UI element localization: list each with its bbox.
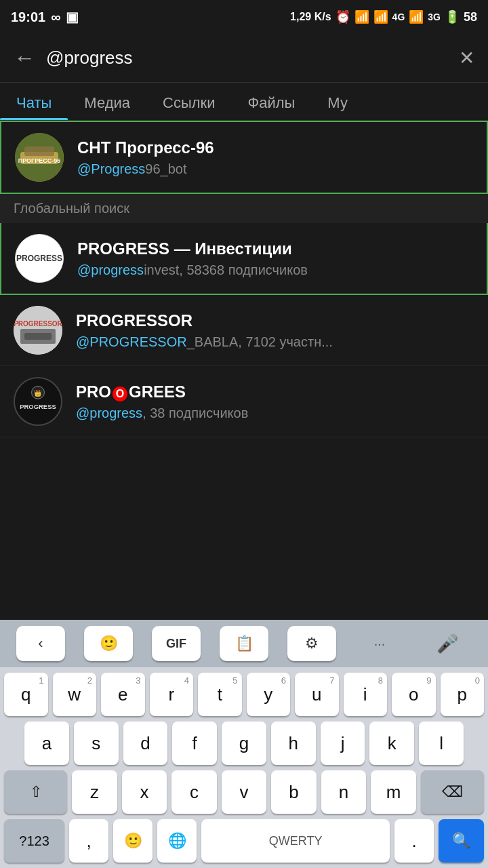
key-y[interactable]: 6y bbox=[247, 673, 291, 716]
status-infinity: ∞ bbox=[51, 9, 60, 25]
key-period[interactable]: . bbox=[394, 819, 434, 863]
key-r[interactable]: 4r bbox=[150, 673, 194, 716]
key-row-3: ⇧ z x c v b n m ⌫ bbox=[4, 770, 484, 814]
svg-rect-2 bbox=[24, 146, 54, 156]
list-item[interactable]: 👑 PROGRESS PROOGREES @progress, 38 подпи… bbox=[0, 366, 488, 437]
result-handle: @Progress96_bot bbox=[77, 161, 473, 177]
status-time: 19:01 bbox=[11, 9, 45, 25]
result-info: PROOGREES @progress, 38 подписчиков bbox=[76, 382, 474, 421]
keyboard-back-btn[interactable]: ‹ bbox=[16, 626, 65, 661]
status-right: 1,29 K/s ⏰ 📶 📶 4G 📶 3G 🔋 58 bbox=[290, 9, 477, 24]
tab-media[interactable]: Медиа bbox=[68, 86, 146, 120]
key-b[interactable]: b bbox=[271, 770, 317, 814]
keyboard-more-btn[interactable]: ··· bbox=[355, 626, 404, 661]
result-handle: @PROGRESSOR_BABLA, 7102 участн... bbox=[76, 334, 474, 350]
key-o[interactable]: 9o bbox=[392, 673, 436, 716]
keyboard: ‹ 🙂 GIF 📋 ⚙ ··· 🎤 1q 2w 3e 4r 5t 6y 7u 8… bbox=[0, 620, 488, 868]
key-f[interactable]: f bbox=[172, 722, 217, 765]
keyboard-gif-btn[interactable]: GIF bbox=[152, 626, 201, 661]
result-name: СНТ Прогресс-96 bbox=[77, 138, 473, 157]
key-n[interactable]: n bbox=[321, 770, 367, 814]
key-i[interactable]: 8i bbox=[344, 673, 388, 716]
status-battery: 🔋 bbox=[445, 9, 460, 24]
global-search-label: Глобальный поиск bbox=[0, 194, 488, 223]
key-k[interactable]: k bbox=[369, 722, 414, 765]
tab-mu[interactable]: Му bbox=[311, 86, 364, 120]
status-battery-pct: 58 bbox=[464, 10, 477, 24]
key-m[interactable]: m bbox=[371, 770, 416, 814]
result-handle: @progressinvest, 58368 подписчиков bbox=[77, 262, 473, 278]
avatar: PROGRESS bbox=[15, 234, 64, 283]
status-speed: 1,29 K/s bbox=[290, 11, 331, 23]
list-item[interactable]: PROGRESS PROGRESS — Инвестиции @progress… bbox=[0, 223, 488, 295]
keyboard-emoji-btn[interactable]: 🙂 bbox=[84, 626, 133, 661]
list-item[interactable]: ПРОГРЕСС-96 СНТ Прогресс-96 @Progress96_… bbox=[0, 121, 488, 194]
tab-links[interactable]: Ссылки bbox=[146, 86, 231, 120]
key-row-1: 1q 2w 3e 4r 5t 6y 7u 8i 9o 0p bbox=[4, 673, 484, 716]
key-emoji-inline[interactable]: 🙂 bbox=[113, 819, 152, 863]
status-signal2: 📶 bbox=[409, 9, 424, 24]
result-name: PROGRESS — Инвестиции bbox=[77, 239, 473, 258]
svg-text:PROGRESS: PROGRESS bbox=[20, 403, 56, 410]
key-j[interactable]: j bbox=[321, 722, 365, 765]
status-bar: 19:01 ∞ ▣ 1,29 K/s ⏰ 📶 📶 4G 📶 3G 🔋 58 bbox=[0, 0, 488, 34]
svg-text:PROGRESSOR: PROGRESSOR bbox=[14, 320, 62, 328]
result-info: PROGRESS — Инвестиции @progressinvest, 5… bbox=[77, 239, 473, 278]
key-l[interactable]: l bbox=[419, 722, 464, 765]
key-t[interactable]: 5t bbox=[198, 673, 242, 716]
results-container: ПРОГРЕСС-96 СНТ Прогресс-96 @Progress96_… bbox=[0, 121, 488, 437]
status-alarm: ⏰ bbox=[336, 9, 350, 24]
status-3g: 3G bbox=[428, 12, 441, 22]
key-v[interactable]: v bbox=[222, 770, 267, 814]
key-a[interactable]: a bbox=[24, 722, 69, 765]
keyboard-rows: 1q 2w 3e 4r 5t 6y 7u 8i 9o 0p a s d f g … bbox=[0, 667, 488, 868]
status-4g: 4G bbox=[392, 12, 405, 22]
list-item[interactable]: PROGRESSOR PROGRESSOR @PROGRESSOR_BABLA,… bbox=[0, 295, 488, 366]
key-row-2: a s d f g h j k l bbox=[4, 722, 484, 765]
key-h[interactable]: h bbox=[271, 722, 316, 765]
status-wifi: 📶 bbox=[354, 9, 369, 24]
key-shift[interactable]: ⇧ bbox=[4, 770, 67, 814]
keyboard-toolbar: ‹ 🙂 GIF 📋 ⚙ ··· 🎤 bbox=[0, 620, 488, 667]
tab-chats[interactable]: Чаты bbox=[0, 86, 68, 120]
status-icon-box: ▣ bbox=[66, 9, 79, 25]
svg-rect-7 bbox=[24, 333, 52, 340]
search-clear-button[interactable]: ✕ bbox=[459, 47, 474, 69]
key-globe[interactable]: 🌐 bbox=[157, 819, 197, 863]
key-e[interactable]: 3e bbox=[101, 673, 145, 716]
key-x[interactable]: x bbox=[122, 770, 167, 814]
svg-text:ПРОГРЕСС-96: ПРОГРЕСС-96 bbox=[18, 157, 60, 164]
result-info: СНТ Прогресс-96 @Progress96_bot bbox=[77, 138, 473, 177]
search-bar: ← ✕ bbox=[0, 34, 488, 83]
key-space[interactable]: QWERTY bbox=[201, 819, 390, 863]
avatar: 👑 PROGRESS bbox=[14, 377, 62, 426]
status-signal1: 📶 bbox=[373, 9, 388, 24]
key-c[interactable]: c bbox=[171, 770, 217, 814]
key-s[interactable]: s bbox=[74, 722, 119, 765]
svg-text:👑: 👑 bbox=[34, 389, 42, 397]
key-search[interactable]: 🔍 bbox=[439, 819, 484, 863]
key-d[interactable]: d bbox=[123, 722, 168, 765]
key-backspace[interactable]: ⌫ bbox=[421, 770, 484, 814]
result-name: PROOGREES bbox=[76, 382, 474, 401]
key-z[interactable]: z bbox=[72, 770, 117, 814]
keyboard-mic-btn[interactable]: 🎤 bbox=[423, 626, 472, 661]
search-input[interactable] bbox=[46, 47, 448, 68]
status-left: 19:01 ∞ ▣ bbox=[11, 9, 79, 25]
avatar: PROGRESSOR bbox=[14, 306, 62, 355]
result-handle: @progress, 38 подписчиков bbox=[76, 406, 474, 421]
key-u[interactable]: 7u bbox=[295, 673, 339, 716]
key-numbers[interactable]: ?123 bbox=[4, 819, 64, 863]
key-g[interactable]: g bbox=[222, 722, 266, 765]
back-button[interactable]: ← bbox=[14, 45, 35, 71]
key-w[interactable]: 2w bbox=[53, 673, 97, 716]
result-info: PROGRESSOR @PROGRESSOR_BABLA, 7102 участ… bbox=[76, 311, 474, 350]
keyboard-clipboard-btn[interactable]: 📋 bbox=[220, 626, 268, 661]
key-comma[interactable]: , bbox=[69, 819, 108, 863]
key-p[interactable]: 0p bbox=[441, 673, 485, 716]
svg-point-8 bbox=[15, 378, 61, 425]
tabs-row: Чаты Медиа Ссылки Файлы Му bbox=[0, 83, 488, 121]
tab-files[interactable]: Файлы bbox=[231, 86, 311, 120]
key-q[interactable]: 1q bbox=[4, 673, 48, 716]
keyboard-settings-btn[interactable]: ⚙ bbox=[287, 626, 336, 661]
